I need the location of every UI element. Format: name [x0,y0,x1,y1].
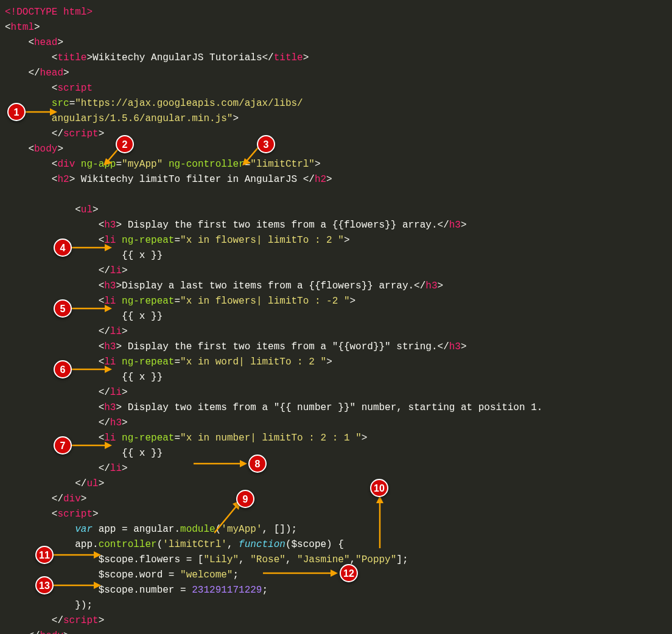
code-line: <body> [0,142,672,157]
code-line: <h3>Display a last two items from a {{fl… [0,279,672,294]
marker-5: 5 [54,299,72,318]
svg-marker-13 [105,442,112,449]
arrow-11 [54,549,102,562]
code-line: <title>Wikitechy AngularJS Tutorials</ti… [0,51,672,66]
marker-11: 11 [35,546,54,564]
code-line: <h2> Wikitechy limitTo filter in Angular… [0,172,672,187]
code-line: src="https://ajax.googleapis.com/ajax/li… [0,96,672,111]
marker-6: 6 [54,360,72,378]
arrow-13 [54,580,102,592]
marker-7: 7 [54,436,72,455]
marker-3: 3 [257,135,275,153]
svg-marker-21 [94,551,101,559]
arrow-8 [194,458,248,470]
marker-4: 4 [54,239,72,257]
arrow-5 [71,303,113,315]
marker-9: 9 [236,490,254,508]
code-line: <h3> Display the first two items from a … [0,218,672,233]
svg-marker-23 [331,570,338,577]
code-line: <head> [0,35,672,51]
marker-1: 1 [7,103,26,121]
code-block: <!DOCTYPE html><html> <head> <title>Wiki… [0,5,672,634]
arrow-7 [71,440,113,452]
code-line: </body> [0,629,672,634]
code-line: </div> [0,492,672,507]
arrow-1 [24,106,58,119]
svg-line-16 [214,505,237,533]
marker-10: 10 [370,479,388,497]
code-line: </li> [0,263,672,279]
arrow-12 [263,568,339,580]
code-line: </head> [0,66,672,81]
marker-12: 12 [340,564,358,582]
svg-marker-11 [105,366,112,373]
code-line: angularjs/1.5.6/angular.min.js"> [0,111,672,127]
code-line: </li> [0,461,672,476]
code-line: var app = angular.module('myApp', []); [0,522,672,537]
code-line: </ul> [0,476,672,492]
marker-13: 13 [35,576,54,594]
svg-marker-5 [242,158,251,165]
arrow-10 [374,496,387,551]
code-line: }); [0,598,672,613]
svg-marker-3 [103,158,112,165]
code-line: <h3> Display two items from a "{{ number… [0,400,672,416]
code-line: </li> [0,324,672,340]
code-line: </h3> [0,416,672,431]
svg-marker-7 [105,244,112,251]
svg-marker-15 [240,460,247,467]
svg-marker-1 [50,108,57,116]
arrow-6 [71,364,113,376]
code-line: <div ng-app="myApp" ng-controller="limit… [0,157,672,172]
code-line: <script [0,81,672,96]
code-line [0,187,672,203]
code-line: <!DOCTYPE html> [0,5,672,20]
code-line: <ul> [0,203,672,218]
code-line: <h3> Display the first two items from a … [0,340,672,355]
code-line: </script> [0,127,672,142]
code-line: </li> [0,385,672,400]
code-line: <script> [0,507,672,522]
marker-2: 2 [116,135,134,153]
arrow-4 [71,242,113,254]
svg-marker-9 [105,305,112,312]
code-line: <html> [0,20,672,35]
svg-marker-25 [94,582,101,589]
marker-8: 8 [248,455,267,473]
code-line: </script> [0,613,672,629]
